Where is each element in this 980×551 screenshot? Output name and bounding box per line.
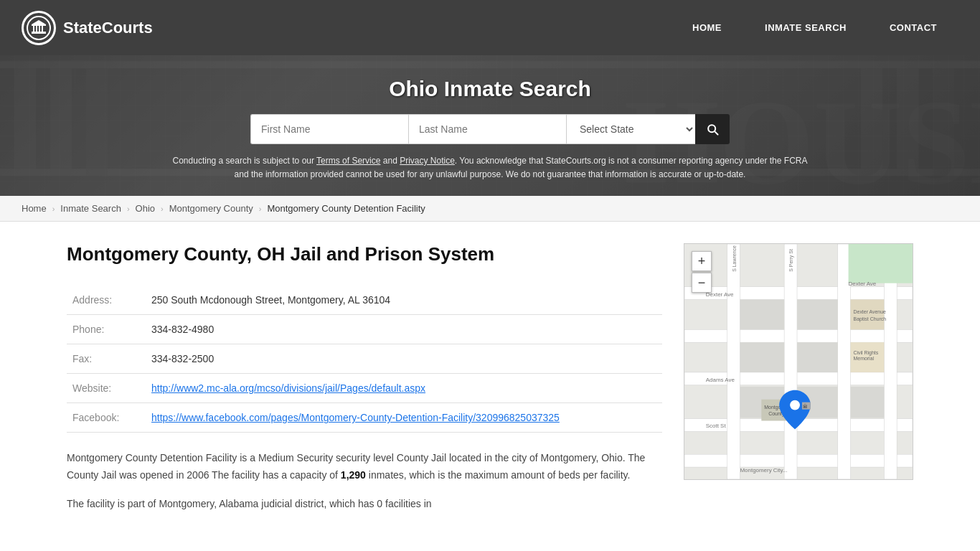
website-label: Website: bbox=[67, 374, 146, 403]
svg-rect-4 bbox=[36, 26, 37, 32]
website-value: http://www2.mc-ala.org/mcso/divisions/ja… bbox=[146, 374, 662, 403]
search-button[interactable] bbox=[695, 114, 730, 144]
svg-rect-2 bbox=[32, 24, 46, 26]
svg-rect-37 bbox=[849, 244, 913, 283]
svg-text:🏛: 🏛 bbox=[803, 403, 808, 409]
facility-info-table: Address: 250 South Mcdonough Street, Mon… bbox=[67, 286, 662, 433]
fax-value: 334-832-2500 bbox=[146, 344, 662, 374]
phone-value: 334-832-4980 bbox=[146, 315, 662, 344]
svg-rect-32 bbox=[740, 300, 785, 330]
map-controls: + − bbox=[692, 251, 712, 293]
svg-text:S Perry St: S Perry St bbox=[788, 249, 794, 272]
last-name-input[interactable] bbox=[408, 114, 566, 144]
terms-link[interactable]: Terms of Service bbox=[316, 156, 380, 166]
website-link[interactable]: http://www2.mc-ala.org/mcso/divisions/ja… bbox=[151, 382, 425, 394]
nav-home[interactable]: HOME bbox=[671, 2, 743, 53]
address-row: Address: 250 South Mcdonough Street, Mon… bbox=[67, 286, 662, 315]
svg-text:S Lawrence St: S Lawrence St bbox=[732, 244, 737, 272]
phone-row: Phone: 334-832-4980 bbox=[67, 315, 662, 344]
facility-description-1: Montgomery County Detention Facility is … bbox=[67, 450, 662, 484]
nav-contact[interactable]: CONTACT bbox=[868, 2, 958, 53]
svg-text:Dexter Ave: Dexter Ave bbox=[849, 281, 877, 287]
phone-label: Phone: bbox=[67, 315, 146, 344]
breadcrumb: Home › Inmate Search › Ohio › Montgomery… bbox=[0, 196, 980, 222]
breadcrumb-sep-3: › bbox=[161, 204, 164, 213]
search-icon bbox=[705, 122, 720, 136]
svg-text:Adams Ave: Adams Ave bbox=[706, 377, 735, 383]
address-value: 250 South Mcdonough Street, Montgomery, … bbox=[146, 286, 662, 315]
map-svg: Dexter Avenue Baptist Church Civil Right… bbox=[684, 244, 913, 479]
svg-rect-33 bbox=[797, 300, 838, 330]
map-zoom-out[interactable]: − bbox=[692, 273, 712, 293]
breadcrumb-sep-4: › bbox=[259, 204, 262, 213]
address-label: Address: bbox=[67, 286, 146, 315]
facility-description-2: The facility is part of Montgomery, Alab… bbox=[67, 496, 662, 513]
privacy-link[interactable]: Privacy Notice bbox=[400, 156, 455, 166]
svg-rect-20 bbox=[684, 330, 913, 343]
svg-rect-6 bbox=[42, 26, 43, 32]
fax-row: Fax: 334-832-2500 bbox=[67, 344, 662, 374]
svg-text:Montgomery City...: Montgomery City... bbox=[740, 467, 788, 474]
svg-text:Memorial: Memorial bbox=[854, 356, 875, 361]
breadcrumb-ohio[interactable]: Ohio bbox=[136, 203, 155, 214]
facebook-row: Facebook: https://www.facebook.com/pages… bbox=[67, 403, 662, 433]
logo-text: StateCourts bbox=[63, 19, 153, 37]
breadcrumb-inmate-search[interactable]: Inmate Search bbox=[60, 203, 121, 214]
svg-rect-5 bbox=[39, 26, 40, 32]
breadcrumb-montgomery-county[interactable]: Montgomery County bbox=[169, 203, 253, 214]
breadcrumb-home[interactable]: Home bbox=[22, 203, 47, 214]
courthouse-logo-svg bbox=[27, 16, 51, 40]
svg-text:Dexter Avenue: Dexter Avenue bbox=[854, 310, 887, 315]
map-zoom-in[interactable]: + bbox=[692, 251, 712, 271]
first-name-input[interactable] bbox=[250, 114, 408, 144]
site-logo[interactable]: StateCourts bbox=[22, 11, 153, 45]
svg-text:Scott St: Scott St bbox=[706, 423, 727, 430]
facebook-value: https://www.facebook.com/pages/Montgomer… bbox=[146, 403, 662, 433]
map-container[interactable]: + − bbox=[684, 243, 913, 480]
main-content: Montgomery County, OH Jail and Prison Sy… bbox=[38, 222, 942, 551]
facebook-label: Facebook: bbox=[67, 403, 146, 433]
state-select[interactable]: Select State Ohio Alabama California Tex… bbox=[566, 114, 695, 144]
svg-text:Civil Rights: Civil Rights bbox=[854, 350, 879, 356]
disclaimer-text: Conducting a search is subject to our Te… bbox=[167, 154, 813, 182]
facebook-link[interactable]: https://www.facebook.com/pages/Montgomer… bbox=[151, 412, 560, 423]
svg-rect-23 bbox=[684, 455, 913, 468]
fax-label: Fax: bbox=[67, 344, 146, 374]
svg-rect-36 bbox=[851, 387, 885, 418]
svg-rect-29 bbox=[797, 343, 838, 373]
breadcrumb-sep-1: › bbox=[52, 204, 55, 213]
hero-content: Ohio Inmate Search Select State Ohio Ala… bbox=[14, 77, 966, 182]
website-row: Website: http://www2.mc-ala.org/mcso/div… bbox=[67, 374, 662, 403]
hero-section: HOUSE Ohio Inmate Search Select State Oh… bbox=[0, 55, 980, 196]
svg-rect-24 bbox=[727, 244, 740, 479]
search-bar: Select State Ohio Alabama California Tex… bbox=[14, 114, 966, 144]
map-area: + − bbox=[684, 243, 913, 524]
svg-rect-3 bbox=[33, 26, 34, 32]
hero-title: Ohio Inmate Search bbox=[14, 77, 966, 101]
svg-point-55 bbox=[790, 400, 800, 410]
nav-inmate-search[interactable]: INMATE SEARCH bbox=[743, 2, 868, 53]
capacity-bold: 1,290 bbox=[341, 469, 366, 481]
breadcrumb-current: Montgomery County Detention Facility bbox=[267, 203, 425, 214]
svg-rect-1 bbox=[32, 32, 46, 34]
svg-rect-25 bbox=[784, 244, 797, 479]
svg-text:Baptist Church: Baptist Church bbox=[854, 317, 887, 323]
svg-rect-28 bbox=[740, 343, 785, 373]
facility-title: Montgomery County, OH Jail and Prison Sy… bbox=[67, 243, 662, 265]
breadcrumb-sep-2: › bbox=[127, 204, 130, 213]
svg-marker-7 bbox=[32, 20, 46, 24]
logo-icon bbox=[22, 11, 56, 45]
site-header: StateCourts HOME INMATE SEARCH CONTACT bbox=[0, 0, 980, 55]
main-nav: HOME INMATE SEARCH CONTACT bbox=[671, 2, 958, 53]
content-area: Montgomery County, OH Jail and Prison Sy… bbox=[67, 243, 662, 524]
